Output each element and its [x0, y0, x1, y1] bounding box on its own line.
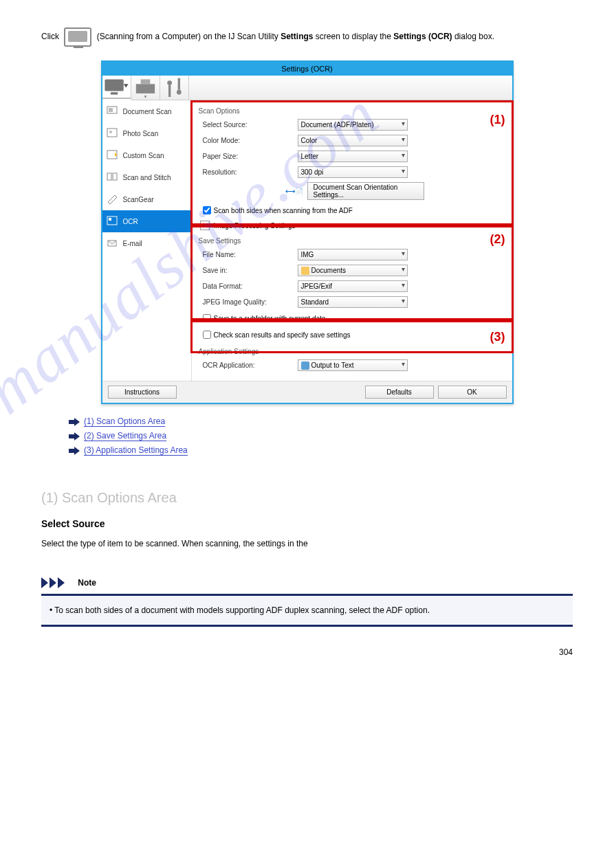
- intro-dialog-name: Settings (OCR): [393, 32, 452, 41]
- select-source-value: Document (ADF/Platen): [301, 121, 374, 129]
- tab-printer[interactable]: [131, 76, 160, 100]
- paper-size-dropdown[interactable]: Letter: [298, 151, 408, 162]
- orientation-settings-button[interactable]: Document Scan Orientation Settings...: [307, 182, 424, 200]
- sidebar-item-email[interactable]: E-mail: [102, 232, 191, 254]
- data-format-label: Data Format:: [203, 282, 298, 290]
- data-format-dropdown[interactable]: JPEG/Exif: [298, 280, 408, 292]
- intro-paragraph: Click (Scanning from a Computer) on the …: [41, 0, 573, 60]
- jpeg-quality-value: Standard: [301, 298, 329, 306]
- sidebar-item-document-scan[interactable]: Document Scan: [102, 100, 191, 122]
- note-title: Note: [78, 578, 96, 588]
- app-settings-heading: Application Settings: [199, 348, 505, 355]
- sidebar-label: Scan and Stitch: [123, 174, 171, 181]
- sidebar-item-scangear[interactable]: ScanGear: [102, 188, 191, 210]
- link-row-2: (2) Save Settings Area: [69, 431, 573, 441]
- arrow-icon: [69, 418, 80, 426]
- defaults-label: Defaults: [386, 388, 412, 396]
- defaults-button[interactable]: Defaults: [365, 386, 434, 399]
- printer-icon: [131, 77, 160, 98]
- save-in-dropdown[interactable]: Documents: [298, 265, 408, 276]
- paper-size-value: Letter: [301, 153, 319, 160]
- instructions-button[interactable]: Instructions: [108, 386, 177, 399]
- row-save-in: Save in: Documents: [199, 265, 505, 276]
- select-source-dropdown[interactable]: Document (ADF/Platen): [298, 119, 408, 131]
- row-resolution: Resolution: 300 dpi: [199, 166, 505, 178]
- custom-scan-icon: [107, 150, 119, 161]
- sidebar-label: ScanGear: [123, 196, 154, 203]
- ok-label: OK: [467, 388, 476, 396]
- resolution-dropdown[interactable]: 300 dpi: [298, 166, 408, 178]
- sidebar-label: Document Scan: [123, 108, 172, 115]
- jpeg-quality-dropdown[interactable]: Standard: [298, 296, 408, 308]
- main-panel: (1) (2) (3) Scan Options Select Source: …: [192, 100, 512, 381]
- intro-text-post: dialog box.: [454, 32, 494, 41]
- link-app-settings[interactable]: (3) Application Settings Area: [84, 445, 188, 456]
- email-icon: [107, 238, 119, 249]
- svg-rect-13: [107, 173, 111, 180]
- document-scan-icon: [107, 106, 119, 117]
- color-mode-dropdown[interactable]: Color: [298, 135, 408, 146]
- check-results-checkbox[interactable]: [203, 331, 211, 339]
- svg-point-11: [109, 131, 112, 133]
- callout-marker-1: (1): [490, 113, 505, 127]
- tab-computer[interactable]: [102, 76, 131, 100]
- intro-tab-label: Settings: [281, 32, 313, 41]
- svg-rect-2: [135, 84, 154, 93]
- link-scan-options[interactable]: (1) Scan Options Area: [84, 416, 165, 427]
- save-subfolder-checkbox[interactable]: [203, 314, 211, 322]
- ok-button[interactable]: OK: [438, 386, 507, 399]
- chevron-icon: [41, 577, 76, 588]
- expand-button[interactable]: +: [200, 221, 210, 230]
- paper-size-label: Paper Size:: [203, 153, 298, 160]
- scan-both-checkbox[interactable]: [203, 206, 211, 214]
- file-name-combobox[interactable]: IMG: [298, 249, 408, 260]
- arrow-icon: [69, 432, 80, 441]
- check-results-label: Check scan results and specify save sett…: [214, 331, 351, 339]
- svg-point-6: [176, 90, 181, 95]
- sidebar: Document Scan Photo Scan Custom Scan Sca…: [102, 100, 192, 381]
- body-text: Select the type of item to be scanned. W…: [41, 539, 308, 548]
- settings-dialog: Settings (OCR) Document Scan Photo Sca: [101, 60, 514, 404]
- intro-text-mid: (Scanning from a Computer) on the IJ Sca…: [97, 32, 281, 41]
- data-format-value: JPEG/Exif: [301, 282, 333, 290]
- svg-rect-10: [107, 129, 117, 137]
- row-check-results: Check scan results and specify save sett…: [200, 329, 505, 341]
- scan-both-label: Scan both sides when scanning from the A…: [214, 207, 353, 214]
- link-save-settings[interactable]: (2) Save Settings Area: [84, 431, 166, 441]
- sliders-icon: [160, 77, 188, 98]
- section-body: Select the type of item to be scanned. W…: [41, 537, 573, 550]
- sidebar-item-custom-scan[interactable]: Custom Scan: [102, 144, 191, 166]
- row-data-format: Data Format: JPEG/Exif: [199, 280, 505, 292]
- sidebar-label: Photo Scan: [123, 130, 159, 137]
- intro-text-end: screen to display the: [316, 32, 393, 41]
- ocr-app-dropdown[interactable]: Output to Text: [298, 359, 408, 371]
- svg-rect-1: [110, 92, 117, 94]
- tab-settings[interactable]: [160, 76, 189, 100]
- select-source-label: Select Source:: [203, 121, 298, 129]
- sidebar-item-scan-stitch[interactable]: Scan and Stitch: [102, 166, 191, 188]
- scangear-icon: [107, 194, 119, 205]
- svg-rect-16: [109, 218, 111, 221]
- row-scan-both: Scan both sides when scanning from the A…: [200, 204, 505, 216]
- instructions-label: Instructions: [124, 388, 160, 396]
- link-row-1: (1) Scan Options Area: [69, 416, 573, 427]
- section-heading: (1) Scan Options Area: [41, 490, 573, 506]
- svg-rect-3: [140, 80, 150, 85]
- arrow-icon: [69, 447, 80, 455]
- scan-from-computer-icon: [64, 27, 91, 47]
- resolution-label: Resolution:: [203, 168, 298, 176]
- note-box: • To scan both sides of a document with …: [41, 594, 573, 627]
- row-image-proc: + Image Processing Settings: [200, 221, 505, 230]
- photo-scan-icon: [107, 128, 119, 139]
- save-subfolder-label: Save to a subfolder with current date: [214, 315, 326, 322]
- resolution-value: 300 dpi: [301, 168, 324, 176]
- sidebar-item-photo-scan[interactable]: Photo Scan: [102, 122, 191, 144]
- anchor-links: (1) Scan Options Area (2) Save Settings …: [69, 416, 573, 456]
- row-ocr-app: OCR Application: Output to Text: [199, 359, 505, 371]
- row-select-source: Select Source: Document (ADF/Platen): [199, 119, 505, 131]
- page-number: 304: [41, 647, 573, 657]
- app-icon: [301, 361, 309, 370]
- dialog-titlebar: Settings (OCR): [102, 62, 512, 76]
- svg-rect-9: [109, 108, 113, 112]
- sidebar-item-ocr[interactable]: OCR: [102, 210, 191, 232]
